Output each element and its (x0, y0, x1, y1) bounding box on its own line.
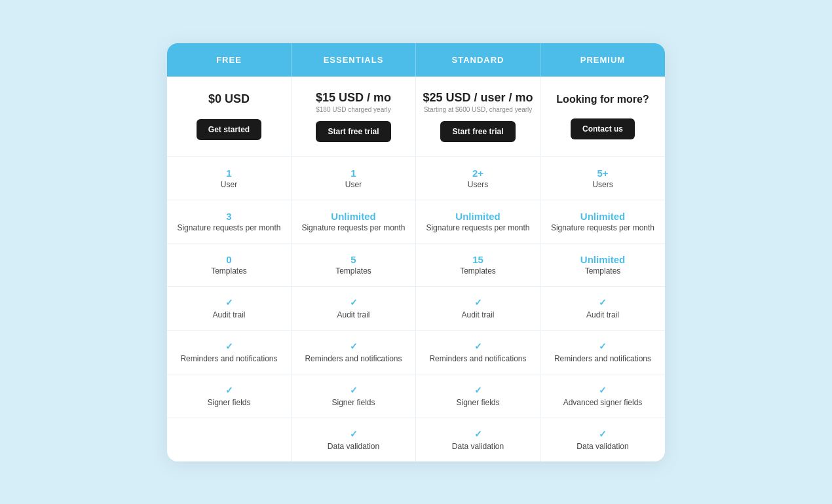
requests-value-essentials: Unlimited (331, 211, 375, 222)
price-cell-standard: $25 USD / user / mo Starting at $600 USD… (416, 77, 540, 156)
check-icon-reminders-premium: ✓ (599, 341, 607, 351)
check-icon-signer-standard: ✓ (474, 385, 482, 395)
audit-cell-premium: ✓ Audit trail (540, 287, 665, 330)
check-icon-reminders-free: ✓ (225, 341, 233, 351)
cta-button-standard[interactable]: Start free trial (440, 121, 515, 142)
check-icon-validation-standard: ✓ (474, 429, 482, 439)
price-essentials: $15 USD / mo (316, 91, 391, 105)
users-cell-standard: 2+ Users (416, 157, 540, 200)
cta-button-free[interactable]: Get started (197, 119, 261, 140)
plan-name-premium: PREMIUM (580, 55, 625, 65)
reminders-cell-premium: ✓ Reminders and notifications (540, 331, 665, 374)
plan-name-standard: STANDARD (452, 55, 504, 65)
requests-value-standard: Unlimited (455, 211, 500, 222)
templates-cell-standard: 15 Templates (416, 243, 540, 286)
cta-button-essentials[interactable]: Start free trial (316, 121, 390, 142)
check-icon-signer-premium: ✓ (599, 385, 607, 395)
audit-label-free: Audit trail (212, 310, 245, 319)
templates-label-essentials: Templates (335, 266, 371, 276)
validation-cell-premium: ✓ Data validation (540, 418, 665, 461)
check-icon-signer-essentials: ✓ (350, 385, 358, 395)
cta-button-premium[interactable]: Contact us (571, 118, 635, 139)
templates-value-standard: 15 (472, 254, 483, 265)
users-cell-essentials: 1 User (292, 157, 416, 200)
users-label-essentials: User (345, 180, 362, 189)
signer-label-essentials: Signer fields (331, 398, 375, 407)
price-sub-essentials: $180 USD charged yearly (316, 106, 391, 113)
data-validation-row: ✓ Data validation ✓ Data validation ✓ Da… (167, 418, 665, 461)
price-sub-standard: Starting at $600 USD, charged yearly (424, 106, 533, 113)
signer-label-standard: Signer fields (456, 398, 499, 407)
signer-cell-premium: ✓ Advanced signer fields (540, 374, 665, 418)
validation-label-essentials: Data validation (328, 442, 379, 451)
audit-cell-standard: ✓ Audit trail (416, 287, 540, 330)
templates-value-essentials: 5 (350, 254, 356, 265)
price-cell-free: $0 USD Get started (167, 77, 292, 156)
price-cell-essentials: $15 USD / mo $180 USD charged yearly Sta… (292, 77, 416, 156)
price-free: $0 USD (208, 92, 250, 106)
price-row: $0 USD Get started $15 USD / mo $180 USD… (167, 77, 665, 157)
signer-fields-row: ✓ Signer fields ✓ Signer fields ✓ Signer… (167, 374, 665, 418)
users-cell-premium: 5+ Users (540, 157, 665, 200)
check-icon-audit-standard: ✓ (474, 297, 482, 308)
signer-cell-standard: ✓ Signer fields (416, 374, 540, 418)
price-premium: Looking for more? (556, 94, 649, 105)
plan-header-free: FREE (167, 43, 292, 77)
audit-label-standard: Audit trail (461, 310, 494, 319)
check-icon-audit-essentials: ✓ (350, 297, 358, 308)
check-icon-validation-premium: ✓ (599, 429, 607, 439)
requests-value-premium: Unlimited (580, 211, 625, 222)
reminders-label-standard: Reminders and notifications (429, 354, 526, 363)
check-icon-audit-free: ✓ (225, 297, 233, 308)
requests-label-free: Signature requests per month (177, 223, 280, 232)
templates-cell-essentials: 5 Templates (292, 243, 416, 286)
requests-cell-essentials: Unlimited Signature requests per month (292, 200, 416, 243)
templates-value-free: 0 (226, 254, 231, 265)
reminders-label-essentials: Reminders and notifications (305, 354, 402, 363)
users-value-standard: 2+ (472, 168, 483, 179)
reminders-label-free: Reminders and notifications (180, 354, 277, 363)
users-value-free: 1 (226, 168, 231, 179)
signer-label-premium: Advanced signer fields (563, 398, 643, 407)
requests-label-essentials: Signature requests per month (301, 223, 405, 232)
validation-cell-standard: ✓ Data validation (416, 418, 540, 461)
validation-label-premium: Data validation (577, 442, 628, 451)
plan-header-premium: PREMIUM (540, 43, 665, 77)
check-icon-signer-free: ✓ (225, 385, 233, 395)
templates-cell-premium: Unlimited Templates (540, 243, 665, 286)
validation-cell-free (167, 418, 292, 461)
templates-label-free: Templates (211, 266, 247, 276)
requests-cell-premium: Unlimited Signature requests per month (540, 200, 665, 243)
plan-name-free: FREE (216, 55, 242, 65)
price-cell-premium: Looking for more? Contact us (540, 77, 665, 156)
templates-row: 0 Templates 5 Templates 15 Templates Unl… (167, 243, 665, 287)
users-value-essentials: 1 (350, 168, 356, 179)
reminders-cell-essentials: ✓ Reminders and notifications (292, 331, 416, 374)
check-icon-reminders-essentials: ✓ (350, 341, 358, 351)
signer-cell-free: ✓ Signer fields (167, 374, 292, 418)
users-label-premium: Users (592, 180, 613, 189)
plan-header-essentials: ESSENTIALS (292, 43, 416, 77)
check-icon-reminders-standard: ✓ (474, 341, 482, 351)
reminders-cell-free: ✓ Reminders and notifications (167, 331, 292, 374)
users-label-free: User (221, 180, 237, 189)
templates-cell-free: 0 Templates (167, 243, 292, 286)
reminders-label-premium: Reminders and notifications (554, 354, 651, 363)
signer-label-free: Signer fields (207, 398, 250, 407)
audit-trail-row: ✓ Audit trail ✓ Audit trail ✓ Audit trai… (167, 287, 665, 331)
reminders-row: ✓ Reminders and notifications ✓ Reminder… (167, 331, 665, 374)
templates-value-premium: Unlimited (580, 254, 625, 265)
audit-label-premium: Audit trail (586, 310, 619, 319)
users-row: 1 User 1 User 2+ Users 5+ Users (167, 157, 665, 200)
check-icon-audit-premium: ✓ (599, 297, 607, 308)
validation-label-standard: Data validation (452, 442, 504, 451)
plan-name-essentials: ESSENTIALS (324, 55, 384, 65)
requests-label-standard: Signature requests per month (426, 223, 529, 232)
requests-row: 3 Signature requests per month Unlimited… (167, 200, 665, 243)
signer-cell-essentials: ✓ Signer fields (292, 374, 416, 418)
users-cell-free: 1 User (167, 157, 292, 200)
requests-value-free: 3 (226, 211, 231, 222)
users-value-premium: 5+ (597, 168, 608, 179)
requests-label-premium: Signature requests per month (551, 223, 654, 232)
requests-cell-free: 3 Signature requests per month (167, 200, 292, 243)
